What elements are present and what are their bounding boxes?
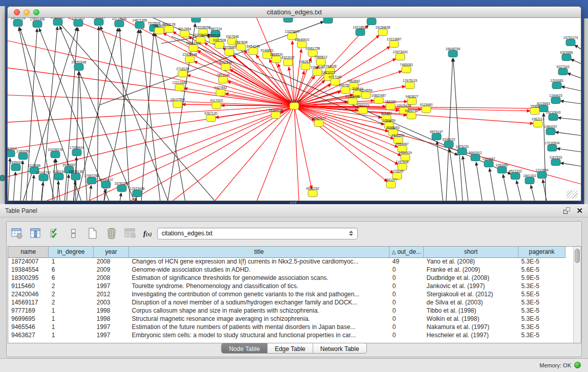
window-titlebar[interactable]: citations_edges.txt: [8, 7, 581, 18]
row-height-icon[interactable]: [68, 227, 80, 239]
delete-table-icon[interactable]: [105, 227, 118, 239]
network-node[interactable]: [402, 67, 411, 73]
close-panel-icon[interactable]: ✕: [576, 207, 583, 214]
network-node[interactable]: [548, 145, 557, 151]
network-node[interactable]: [180, 31, 189, 37]
network-node[interactable]: [448, 51, 458, 57]
column-header-in_degree[interactable]: in_degree: [49, 247, 94, 257]
network-node[interactable]: [378, 29, 387, 36]
network-node[interactable]: [422, 106, 431, 113]
network-node[interactable]: [271, 112, 280, 119]
network-node[interactable]: [432, 134, 441, 140]
network-node[interactable]: [18, 153, 28, 160]
network-node[interactable]: [216, 90, 225, 96]
network-node[interactable]: [94, 19, 103, 26]
network-node[interactable]: [101, 182, 111, 188]
window-resize-grip[interactable]: [567, 190, 578, 199]
float-panel-icon[interactable]: [563, 207, 570, 214]
network-node[interactable]: [386, 182, 396, 188]
network-node[interactable]: [549, 114, 558, 121]
network-node[interactable]: [367, 18, 376, 25]
network-node[interactable]: [117, 185, 126, 192]
minimize-window-button[interactable]: [24, 9, 30, 15]
network-node[interactable]: [552, 82, 561, 89]
network-node[interactable]: [53, 19, 62, 26]
network-node[interactable]: [308, 190, 317, 197]
network-node[interactable]: [219, 77, 228, 83]
network-node[interactable]: [314, 120, 323, 127]
table-row[interactable]: 977716911998Corpus callosum shape and si…: [8, 307, 565, 315]
network-node[interactable]: [386, 103, 395, 110]
network-node[interactable]: [497, 167, 507, 173]
table-row[interactable]: 911546021997Tourette syndrome. Phenomeno…: [8, 282, 565, 290]
network-node[interactable]: [356, 29, 365, 36]
network-node[interactable]: [511, 173, 520, 180]
network-node[interactable]: [562, 54, 571, 61]
new-table-icon[interactable]: [86, 227, 99, 239]
table-scrollbar-thumb[interactable]: [575, 249, 580, 263]
column-header-pagerank[interactable]: pagerank: [518, 247, 565, 257]
network-node[interactable]: [396, 54, 405, 60]
network-node[interactable]: [178, 71, 187, 77]
column-header-out_de[interactable]: △out_de...: [389, 247, 424, 257]
network-node[interactable]: [74, 64, 83, 71]
table-settings-icon[interactable]: [11, 227, 23, 239]
network-node[interactable]: [525, 178, 534, 184]
network-node[interactable]: [284, 18, 293, 23]
zoom-window-button[interactable]: [33, 9, 39, 15]
select-all-check-icon[interactable]: [49, 227, 61, 239]
network-node[interactable]: [341, 87, 350, 94]
network-node[interactable]: [33, 21, 42, 28]
table-row[interactable]: 946362711997Embryonic stem cells: a mode…: [8, 331, 565, 339]
table-row[interactable]: 969969511998Structural magnetic resonanc…: [8, 315, 565, 323]
network-node[interactable]: [374, 97, 383, 104]
network-node[interactable]: [484, 161, 493, 167]
network-node[interactable]: [39, 174, 48, 181]
network-node[interactable]: [331, 79, 340, 85]
network-node[interactable]: [225, 49, 234, 56]
table-row[interactable]: 1872400712008Changes of HCN gene express…: [8, 257, 565, 266]
network-node[interactable]: [566, 39, 575, 46]
network-node[interactable]: [558, 69, 568, 75]
network-node[interactable]: [313, 69, 322, 76]
network-node[interactable]: [72, 149, 81, 156]
network-node[interactable]: [458, 148, 467, 155]
network-node[interactable]: [407, 113, 416, 119]
column-header-name[interactable]: name: [8, 247, 49, 257]
network-node[interactable]: [175, 84, 184, 91]
network-node[interactable]: [221, 64, 230, 71]
network-node[interactable]: [249, 48, 258, 55]
network-node[interactable]: [361, 92, 371, 99]
split-pane-grip[interactable]: [290, 202, 297, 204]
table-row[interactable]: 946554611997Estimation of the future num…: [8, 323, 565, 331]
network-node[interactable]: [133, 190, 142, 197]
network-node[interactable]: [272, 56, 281, 63]
network-node[interactable]: [71, 173, 80, 180]
network-node[interactable]: [348, 98, 357, 105]
network-node[interactable]: [191, 18, 201, 23]
network-node[interactable]: [290, 103, 299, 110]
table-select-dropdown[interactable]: citations_edges.txt: [157, 228, 358, 239]
network-node[interactable]: [212, 102, 221, 109]
network-node[interactable]: [405, 82, 415, 89]
network-canvas[interactable]: 1405572417691406106532871527602946616010…: [8, 18, 581, 201]
network-node[interactable]: [358, 107, 367, 114]
network-node[interactable]: [8, 150, 15, 157]
column-header-short[interactable]: short: [424, 247, 518, 257]
column-header-year[interactable]: year: [94, 247, 129, 257]
network-node[interactable]: [323, 18, 333, 24]
network-node[interactable]: [87, 178, 96, 184]
network-node[interactable]: [74, 20, 83, 27]
network-node[interactable]: [546, 128, 555, 135]
network-node[interactable]: [537, 172, 547, 179]
network-node[interactable]: [389, 41, 399, 48]
network-node[interactable]: [551, 159, 560, 166]
table-row[interactable]: 1938455462009Genome-wide association stu…: [8, 266, 565, 274]
network-node[interactable]: [471, 155, 480, 161]
network-node[interactable]: [189, 45, 198, 52]
table-row[interactable]: 2242004622012Investigating the contribut…: [8, 290, 565, 298]
table-scrollbar[interactable]: [573, 247, 581, 343]
tab-network-table[interactable]: Network Table: [313, 343, 366, 354]
network-node[interactable]: [551, 97, 560, 104]
network-node[interactable]: [301, 63, 310, 70]
